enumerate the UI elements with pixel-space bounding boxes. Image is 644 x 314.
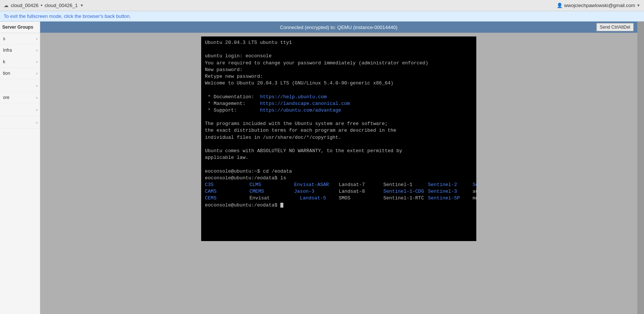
terminal-ls-row2: CAMS CMEMS Jason-3 Landsat-8 Sentinel-1-… bbox=[205, 188, 473, 195]
chevron-icon-s: › bbox=[36, 36, 38, 41]
terminal-line-blank4 bbox=[205, 141, 473, 148]
sidebar-item-k[interactable]: k › bbox=[0, 56, 40, 68]
terminal-line-support: * Support: https://ubuntu.com/advantage bbox=[205, 107, 473, 114]
ls-envisat-asar: Envisat-ASAR bbox=[294, 182, 339, 188]
header-left: ☁ cloud_00426 • cloud_00426_1 ▼ bbox=[4, 3, 84, 8]
header-right: 👤 wwojciechpawlowski@gmail.com ▼ bbox=[557, 3, 640, 8]
sidebar-item-empty2[interactable]: › bbox=[0, 103, 40, 116]
terminal-line-blank5 bbox=[205, 161, 473, 168]
ls-jason3: Jason-3 bbox=[294, 188, 339, 195]
terminal-line-retype-pw: Retype new password: bbox=[205, 73, 473, 80]
cloud-icon: ☁ bbox=[4, 3, 9, 8]
terminal-ls-row1: C3S CLMS Envisat-ASAR Landsat-7 Sentinel… bbox=[205, 182, 473, 188]
terminal-line-mgmt: * Management: https://landscape.canonica… bbox=[205, 100, 473, 107]
ls-cams: CAMS bbox=[205, 188, 249, 195]
terminal-line-warranty1: Ubuntu comes with ABSOLUTELY NO WARRANTY… bbox=[205, 148, 473, 154]
sidebar-item-empty3[interactable]: › bbox=[0, 116, 40, 129]
project1-label[interactable]: cloud_00426 bbox=[11, 3, 38, 8]
project2-label[interactable]: cloud_00426_1 bbox=[45, 3, 78, 8]
ls-landsat8: Landsat-8 bbox=[339, 188, 383, 195]
sidebar: Server Groups s › Infra › k › tion › › o… bbox=[0, 22, 40, 314]
console-top-bar: Connected (encrypted) to: QEMU (instance… bbox=[40, 22, 637, 33]
sidebar-item-infra[interactable]: Infra › bbox=[0, 45, 40, 56]
ls-smos: SMOS bbox=[339, 195, 383, 202]
terminal-line-cd: eoconsole@ubuntu:~$ cd /eodata bbox=[205, 168, 473, 175]
ls-clms: CLMS bbox=[249, 182, 294, 188]
terminal-line-1: Ubuntu 20.04.3 LTS ubuntu tty1 bbox=[205, 39, 473, 46]
separator: • bbox=[41, 3, 42, 8]
ls-sentinel5p: Sentinel-5P bbox=[428, 195, 473, 202]
terminal-line-programs1: The programs included with the Ubuntu sy… bbox=[205, 121, 473, 127]
terminal-line-login: ubuntu login: eoconsole bbox=[205, 53, 473, 60]
chevron-icon-tion: › bbox=[36, 71, 38, 76]
terminal-line-blank3 bbox=[205, 114, 473, 121]
console-title: Connected (encrypted) to: QEMU (instance… bbox=[241, 25, 437, 30]
ls-landsat5: Landsat-5 bbox=[294, 195, 339, 202]
sidebar-item-label-k: k bbox=[3, 59, 5, 64]
terminal-line-warranty2: applicable law. bbox=[205, 154, 473, 161]
ls-sentinel1-cdg: Sentinel-1-CDG bbox=[383, 188, 428, 195]
terminal-line-programs2: the exact distribution terms for each pr… bbox=[205, 127, 473, 134]
ls-sentinel3: Sentinel-3 bbox=[428, 188, 473, 195]
terminal-line-blank1 bbox=[205, 46, 473, 53]
user-email[interactable]: wwojciechpawlowski@gmail.com bbox=[564, 3, 635, 8]
ls-mnt: mnt bbox=[473, 195, 476, 202]
terminal-line-pw-required: You are required to change your password… bbox=[205, 60, 473, 67]
terminal-line-new-pw: New password: bbox=[205, 67, 473, 73]
chevron-icon-empty2: › bbox=[36, 108, 38, 112]
ls-sentinel6: Sentinel-6 bbox=[473, 182, 476, 188]
ls-c3s: C3S bbox=[205, 182, 249, 188]
terminal-line-ls: eoconsole@ubuntu:/eodata$ ls bbox=[205, 175, 473, 182]
ls-sentinel1: Sentinel-1 bbox=[383, 182, 428, 188]
chevron-icon-ore: › bbox=[36, 95, 38, 100]
console-area: Connected (encrypted) to: QEMU (instance… bbox=[40, 22, 637, 314]
terminal-line-programs3: individual files in /usr/share/doc/*/cop… bbox=[205, 134, 473, 141]
sidebar-item-s[interactable]: s › bbox=[0, 33, 40, 45]
fullscreen-notice: To exit the fullscreen mode, click the b… bbox=[0, 11, 644, 22]
ls-sentinel2: Sentinel-2 bbox=[428, 182, 473, 188]
send-ctrl-alt-del-button[interactable]: Send CtrlAltDel bbox=[596, 23, 634, 31]
sidebar-item-ore[interactable]: ore › bbox=[0, 92, 40, 103]
terminal-line-blank2 bbox=[205, 87, 473, 93]
sidebar-header: Server Groups bbox=[0, 22, 40, 33]
notice-text: To exit the fullscreen mode, click the b… bbox=[4, 13, 131, 19]
sidebar-item-tion[interactable]: tion › bbox=[0, 68, 40, 79]
chevron-icon-infra: › bbox=[36, 48, 38, 52]
project-dropdown-icon[interactable]: ▼ bbox=[80, 3, 84, 7]
ls-envisat: Envisat bbox=[249, 195, 294, 202]
terminal-prompt-final: eoconsole@ubuntu:/eodata$ bbox=[205, 202, 473, 209]
terminal-wrapper: Ubuntu 20.04.3 LTS ubuntu tty1 ubuntu lo… bbox=[40, 33, 637, 314]
chevron-icon-k: › bbox=[36, 60, 38, 64]
terminal-line-docs: * Documentation: https://help.ubuntu.com bbox=[205, 94, 473, 100]
ls-cmems: CMEMS bbox=[249, 188, 294, 195]
terminal-line-welcome: Welcome to Ubuntu 20.04.3 LTS (GNU/Linux… bbox=[205, 80, 473, 87]
main-area: Server Groups s › Infra › k › tion › › o… bbox=[0, 22, 644, 314]
sidebar-item-label-infra: Infra bbox=[3, 48, 12, 53]
terminal[interactable]: Ubuntu 20.04.3 LTS ubuntu tty1 ubuntu lo… bbox=[201, 36, 476, 241]
sidebar-item-empty1[interactable]: › bbox=[0, 79, 40, 92]
ls-auxdata: auxdata bbox=[473, 188, 476, 195]
ls-sentinel1-rtc: Sentinel-1-RTC bbox=[383, 195, 428, 202]
sidebar-item-label-tion: tion bbox=[3, 71, 10, 76]
user-dropdown-icon[interactable]: ▼ bbox=[637, 3, 640, 7]
sidebar-item-label-s: s bbox=[3, 36, 5, 41]
chevron-icon-empty1: › bbox=[36, 83, 38, 88]
user-icon: 👤 bbox=[557, 3, 563, 8]
ls-landsat7: Landsat-7 bbox=[339, 182, 383, 188]
ls-cems: CEMS bbox=[205, 195, 249, 202]
terminal-ls-row3: CEMS Envisat Landsat-5 SMOS Sentinel-1-R… bbox=[205, 195, 473, 202]
terminal-cursor bbox=[280, 203, 283, 208]
top-header: ☁ cloud_00426 • cloud_00426_1 ▼ 👤 wwojci… bbox=[0, 0, 644, 11]
right-scroll-panel bbox=[637, 22, 644, 314]
sidebar-item-label-ore: ore bbox=[3, 95, 9, 100]
chevron-icon-empty3: › bbox=[36, 120, 38, 125]
